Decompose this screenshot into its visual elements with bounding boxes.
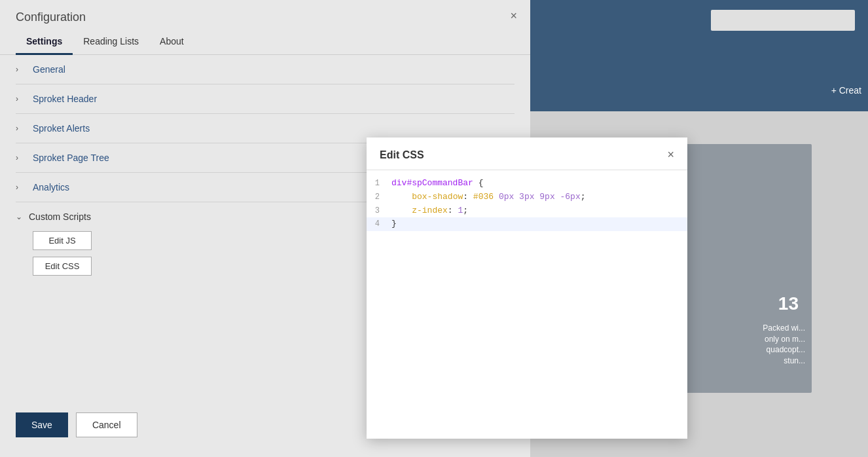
bg-card-text: Packed wi...only on m...quadcopt...stun.… (740, 323, 805, 367)
chevron-right-icon: › (16, 153, 26, 162)
chevron-down-icon: ⌄ (16, 212, 22, 221)
code-line-2: 2 box-shadow: #036 0px 3px 9px -6px; (367, 191, 687, 204)
chevron-right-icon: › (16, 65, 26, 74)
tab-about[interactable]: About (149, 29, 194, 55)
modal-header: Edit CSS × (367, 137, 687, 170)
edit-css-button[interactable]: Edit CSS (33, 257, 92, 276)
section-general[interactable]: › General (16, 55, 515, 84)
bg-card-number: 13 (778, 293, 799, 314)
code-line-3: 3 z-index: 1; (367, 204, 687, 218)
code-line-1: 1 div#spCommandBar { (367, 177, 687, 191)
bg-card-2: 13 Packed wi...only on m...quadcopt...st… (681, 144, 812, 393)
config-tabs: Settings Reading Lists About (0, 29, 530, 55)
modal-body[interactable]: 1 div#spCommandBar { 2 box-shadow: #036 … (367, 170, 687, 439)
bg-create-label: + Creat (831, 85, 861, 96)
bg-header: + Creat (530, 0, 868, 111)
config-close-button[interactable]: × (510, 9, 517, 23)
bg-create-btn: + Creat (831, 85, 861, 96)
tab-reading-lists[interactable]: Reading Lists (73, 29, 149, 55)
footer-buttons: Save Cancel (16, 412, 137, 437)
section-sproket-header[interactable]: › Sproket Header (16, 84, 515, 114)
chevron-right-icon: › (16, 124, 26, 133)
save-button[interactable]: Save (16, 412, 68, 437)
chevron-right-icon: › (16, 183, 26, 192)
cancel-button[interactable]: Cancel (76, 412, 137, 437)
modal-title: Edit CSS (380, 149, 424, 161)
modal-close-button[interactable]: × (667, 148, 674, 162)
chevron-right-icon: › (16, 94, 26, 103)
edit-js-button[interactable]: Edit JS (33, 231, 92, 250)
bg-searchbar (711, 10, 855, 31)
tab-settings[interactable]: Settings (16, 29, 73, 55)
edit-css-modal: Edit CSS × 1 div#spCommandBar { 2 box-sh… (367, 137, 687, 439)
config-title: Configuration (0, 0, 530, 24)
code-editor[interactable]: 1 div#spCommandBar { 2 box-shadow: #036 … (367, 170, 687, 439)
code-line-4: 4 } (367, 217, 687, 231)
